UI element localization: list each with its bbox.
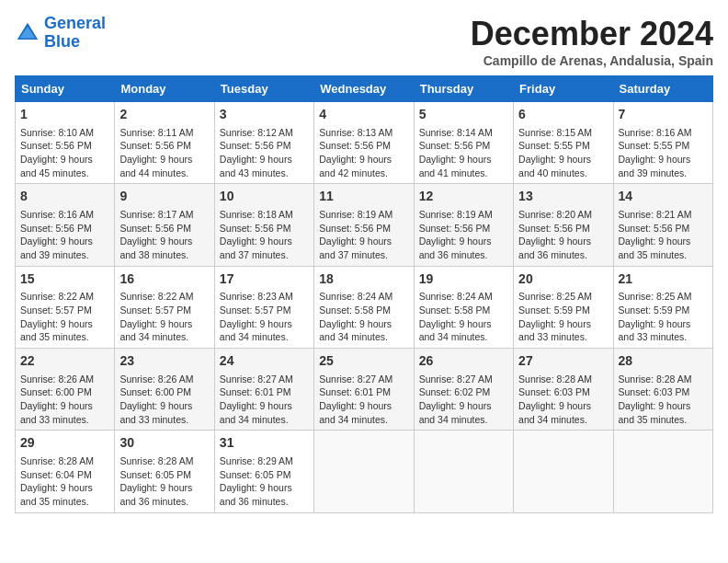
day-cell: 7Sunrise: 8:16 AMSunset: 5:55 PMDaylight… xyxy=(613,102,712,184)
day-cell: 23Sunrise: 8:26 AMSunset: 6:00 PMDayligh… xyxy=(115,349,214,431)
week-row-1: 1Sunrise: 8:10 AMSunset: 5:56 PMDaylight… xyxy=(16,102,713,184)
day-info-line: Sunrise: 8:21 AM xyxy=(619,208,708,222)
logo-text: General Blue xyxy=(44,15,106,52)
day-number: 13 xyxy=(518,188,608,206)
week-row-2: 8Sunrise: 8:16 AMSunset: 5:56 PMDaylight… xyxy=(16,184,713,266)
day-info-line: Sunset: 5:56 PM xyxy=(20,139,109,153)
day-cell: 6Sunrise: 8:15 AMSunset: 5:55 PMDaylight… xyxy=(514,102,613,184)
day-info-line: Sunset: 6:04 PM xyxy=(20,468,109,482)
day-info-line: and 34 minutes. xyxy=(419,413,508,427)
day-info-line: Sunrise: 8:15 AM xyxy=(518,126,608,140)
month-year: December 2024 xyxy=(471,15,713,53)
day-info-line: Sunrise: 8:28 AM xyxy=(619,373,708,386)
day-cell: 21Sunrise: 8:25 AMSunset: 5:59 PMDayligh… xyxy=(613,266,712,348)
day-number: 8 xyxy=(20,188,109,206)
day-number: 20 xyxy=(518,270,608,289)
day-info-line: Sunset: 5:57 PM xyxy=(220,304,309,317)
day-info-line: and 36 minutes. xyxy=(419,248,508,262)
day-info-line: Sunrise: 8:19 AM xyxy=(319,208,408,222)
day-cell: 15Sunrise: 8:22 AMSunset: 5:57 PMDayligh… xyxy=(16,266,115,348)
day-info-line: Daylight: 9 hours xyxy=(119,317,209,331)
day-info-line: Sunrise: 8:22 AM xyxy=(119,290,209,304)
day-info-line: Sunset: 6:05 PM xyxy=(119,468,209,482)
day-number: 28 xyxy=(619,352,708,371)
day-number: 27 xyxy=(518,352,608,371)
day-cell: 8Sunrise: 8:16 AMSunset: 5:56 PMDaylight… xyxy=(16,184,115,266)
day-number: 22 xyxy=(20,352,109,371)
day-info-line: and 34 minutes. xyxy=(220,413,309,427)
day-info-line: Daylight: 9 hours xyxy=(518,235,608,248)
day-cell: 3Sunrise: 8:12 AMSunset: 5:56 PMDaylight… xyxy=(214,102,313,184)
day-info-line: Sunset: 5:56 PM xyxy=(319,139,408,153)
day-info-line: Daylight: 9 hours xyxy=(619,235,708,248)
logo-icon xyxy=(15,20,40,46)
day-info-line: Sunrise: 8:23 AM xyxy=(220,290,309,304)
day-info-line: Sunset: 5:56 PM xyxy=(518,222,608,236)
day-cell: 17Sunrise: 8:23 AMSunset: 5:57 PMDayligh… xyxy=(214,266,313,348)
day-info-line: Sunrise: 8:20 AM xyxy=(518,208,608,222)
col-header-thursday: Thursday xyxy=(414,76,513,102)
day-info-line: Daylight: 9 hours xyxy=(419,317,508,331)
day-number: 4 xyxy=(319,106,408,124)
day-info-line: Sunset: 5:56 PM xyxy=(220,222,309,236)
day-number: 7 xyxy=(619,106,708,124)
day-info-line: Daylight: 9 hours xyxy=(20,399,109,413)
day-cell: 5Sunrise: 8:14 AMSunset: 5:56 PMDaylight… xyxy=(414,102,513,184)
day-info-line: and 36 minutes. xyxy=(518,248,608,262)
day-info-line: and 34 minutes. xyxy=(220,330,309,344)
day-info-line: and 39 minutes. xyxy=(20,248,109,262)
day-number: 31 xyxy=(220,434,309,453)
day-cell: 18Sunrise: 8:24 AMSunset: 5:58 PMDayligh… xyxy=(314,266,414,348)
day-info-line: Sunset: 5:57 PM xyxy=(20,304,109,317)
day-info-line: Sunrise: 8:28 AM xyxy=(518,373,608,386)
week-row-3: 15Sunrise: 8:22 AMSunset: 5:57 PMDayligh… xyxy=(16,266,713,348)
day-info-line: and 41 minutes. xyxy=(419,167,508,180)
day-info-line: Sunset: 5:56 PM xyxy=(319,222,408,236)
day-info-line: Daylight: 9 hours xyxy=(319,399,408,413)
day-info-line: and 39 minutes. xyxy=(619,167,708,180)
week-row-4: 22Sunrise: 8:26 AMSunset: 6:00 PMDayligh… xyxy=(16,349,713,431)
day-info-line: Sunrise: 8:24 AM xyxy=(319,290,408,304)
day-info-line: Daylight: 9 hours xyxy=(220,317,309,331)
day-number: 17 xyxy=(220,270,309,289)
day-info-line: and 36 minutes. xyxy=(119,495,209,509)
col-header-tuesday: Tuesday xyxy=(214,76,313,102)
day-info-line: and 40 minutes. xyxy=(518,167,608,180)
day-number: 2 xyxy=(119,106,209,124)
day-number: 29 xyxy=(20,434,109,453)
day-cell: 2Sunrise: 8:11 AMSunset: 5:56 PMDaylight… xyxy=(115,102,214,184)
logo: General Blue xyxy=(15,15,106,52)
day-info-line: Daylight: 9 hours xyxy=(119,481,209,495)
day-cell: 10Sunrise: 8:18 AMSunset: 5:56 PMDayligh… xyxy=(214,184,313,266)
day-info-line: and 33 minutes. xyxy=(20,413,109,427)
day-info-line: Sunrise: 8:10 AM xyxy=(20,126,109,140)
day-info-line: Sunrise: 8:19 AM xyxy=(419,208,508,222)
location: Campillo de Arenas, Andalusia, Spain xyxy=(471,53,713,68)
day-info-line: Sunrise: 8:11 AM xyxy=(119,126,209,140)
day-info-line: Sunrise: 8:14 AM xyxy=(419,126,508,140)
day-cell: 27Sunrise: 8:28 AMSunset: 6:03 PMDayligh… xyxy=(514,349,613,431)
day-number: 26 xyxy=(419,352,508,371)
day-info-line: Daylight: 9 hours xyxy=(518,153,608,167)
day-info-line: Sunset: 6:01 PM xyxy=(319,385,408,399)
day-info-line: Sunset: 5:59 PM xyxy=(619,304,708,317)
day-info-line: and 34 minutes. xyxy=(319,413,408,427)
day-info-line: Sunset: 5:56 PM xyxy=(119,222,209,236)
title-block: December 2024 Campillo de Arenas, Andalu… xyxy=(471,15,713,68)
day-info-line: Sunset: 5:56 PM xyxy=(20,222,109,236)
day-number: 30 xyxy=(119,434,209,453)
calendar-header-row: SundayMondayTuesdayWednesdayThursdayFrid… xyxy=(16,76,713,102)
day-info-line: and 43 minutes. xyxy=(220,167,309,180)
day-info-line: Daylight: 9 hours xyxy=(518,399,608,413)
day-number: 11 xyxy=(319,188,408,206)
day-info-line: Sunrise: 8:13 AM xyxy=(319,126,408,140)
day-cell xyxy=(613,431,712,512)
day-info-line: and 33 minutes. xyxy=(518,330,608,344)
day-info-line: Daylight: 9 hours xyxy=(419,235,508,248)
day-number: 23 xyxy=(119,352,209,371)
day-info-line: Sunrise: 8:27 AM xyxy=(419,373,508,386)
day-info-line: Sunrise: 8:27 AM xyxy=(319,373,408,386)
day-number: 24 xyxy=(220,352,309,371)
day-info-line: Daylight: 9 hours xyxy=(220,235,309,248)
day-cell: 4Sunrise: 8:13 AMSunset: 5:56 PMDaylight… xyxy=(314,102,414,184)
